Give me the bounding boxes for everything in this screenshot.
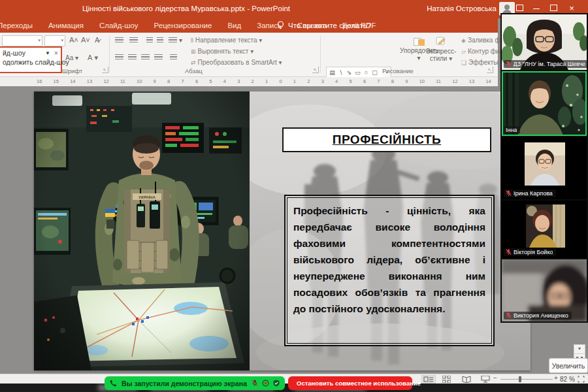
ribbon: ▾ ▾ A˄ A˅ A̷ Aa ▾ А ▾ Шрифт ↘ ▾ ⫴Направл…	[0, 33, 498, 77]
ruler-number: 5	[350, 78, 352, 84]
mic-muted-icon	[506, 249, 512, 255]
popup-title: йд-шоу	[3, 49, 45, 57]
horizontal-ruler: 1615141312111098765432101234567891011121…	[0, 77, 498, 87]
screen-share-banner: Вы запустили демонстрацию экрана	[105, 376, 285, 390]
mic-muted-icon	[506, 190, 512, 197]
ruler-number: 9	[154, 78, 156, 84]
numbering-icon[interactable]	[129, 37, 138, 44]
convert-smartart-button[interactable]: ⇄Преобразовать в SmartArt ▾	[191, 59, 282, 66]
tell-me-search[interactable]: Что вы хотите сделать?	[277, 18, 371, 33]
zoom-out-button[interactable]: −	[493, 374, 497, 382]
font-color-button[interactable]: А ▾	[88, 54, 98, 62]
shape-gallery-item-1[interactable]: ∖	[336, 68, 345, 77]
shape-gallery-item-5[interactable]: ▢	[370, 68, 379, 77]
ruler-number: 3	[237, 78, 240, 84]
drawing-group-label: Рисование	[382, 67, 414, 74]
participant-tile[interactable]: Вікторія Бойко	[502, 201, 587, 258]
mic-muted-icon	[506, 61, 512, 67]
ruler-number: 1	[265, 78, 268, 84]
align-right-icon[interactable]	[141, 54, 150, 61]
phone-icon	[110, 380, 117, 387]
font-group-label: Шрифт	[62, 67, 82, 74]
ruler-number: 1	[293, 78, 296, 84]
slide-body-box[interactable]: Професійність - цінність, яка передбачає…	[284, 195, 495, 346]
ruler-number: 8	[167, 78, 170, 84]
stop-sharing-button[interactable]: Остановить совместное использование	[288, 376, 412, 390]
participant-name: ДЗ "ЛНУ ім. Тараса Шевчен	[514, 61, 585, 67]
slide-body-text: Професійність - цінність, яка передбачає…	[287, 197, 492, 344]
ruler-number: 14	[70, 78, 75, 84]
ruler-number: 5	[209, 78, 212, 84]
participant-name: Ірина Карпова	[514, 190, 553, 197]
participant-tile[interactable]: Виктория Анищенко	[502, 259, 587, 321]
justify-icon[interactable]	[154, 54, 163, 61]
tab-view[interactable]: Вид	[227, 22, 241, 29]
ruler-number: 4	[223, 78, 226, 84]
align-left-icon[interactable]	[115, 54, 123, 61]
ruler-number: 4	[335, 78, 338, 84]
expand-panel-button[interactable]: Увеличить	[549, 358, 588, 373]
columns-icon[interactable]	[170, 54, 177, 61]
ruler-number: 16	[37, 78, 42, 84]
participant-name: Виктория Анищенко	[514, 312, 568, 319]
zoom-slider-track[interactable]	[500, 379, 553, 380]
increase-indent-icon[interactable]	[157, 37, 163, 44]
ruler-number: 8	[391, 78, 394, 84]
shape-gallery-item-2[interactable]: ⇘	[345, 68, 353, 77]
bullets-icon[interactable]	[115, 37, 123, 44]
mic-muted-icon	[252, 380, 258, 387]
shape-gallery-item-4[interactable]: ○	[362, 68, 370, 77]
slide-sorter-view-icon[interactable]	[442, 376, 451, 383]
ribbon-tab-row: Переходы Анимация Слайд-шоу Рецензирован…	[0, 18, 498, 33]
normal-view-icon[interactable]	[421, 375, 436, 384]
zoom-in-button[interactable]: +	[554, 374, 558, 382]
tab-animation[interactable]: Анимация	[48, 22, 84, 29]
align-text-button[interactable]: ⊞Выровнять текст ▾	[191, 48, 253, 55]
reading-view-icon[interactable]	[462, 376, 471, 383]
resume-slideshow-action[interactable]: одолжить слайд-шоу	[0, 57, 61, 67]
decrease-indent-icon[interactable]	[146, 37, 153, 44]
participant-tile-active-speaker[interactable]: Інна	[502, 71, 587, 136]
drawing-dialog-launcher[interactable]: ↘	[487, 67, 493, 73]
font-name-combobox[interactable]: ▾	[2, 35, 42, 46]
clear-formatting-icon[interactable]: A̷	[95, 36, 99, 44]
photo-military-command-center: УКРАЇНА	[34, 91, 250, 370]
scroll-down-button[interactable]: ▼	[574, 344, 585, 354]
ruler-number: 12	[103, 78, 108, 84]
paragraph-dialog-launcher[interactable]: ↘	[312, 67, 319, 73]
shape-gallery-item-0[interactable]: ▤	[328, 68, 336, 77]
line-spacing-arrow[interactable]: ▾	[179, 37, 182, 44]
grow-font-button[interactable]: A˄	[69, 36, 78, 44]
slide-canvas[interactable]: УКРАЇНА	[34, 91, 531, 370]
resume-slideshow-popup: йд-шоу ▼ × одолжить слайд-шоу	[0, 46, 62, 73]
ruler-number: 11	[436, 78, 441, 84]
popup-dropdown-icon[interactable]: ▼	[45, 50, 50, 56]
ruler-number: 7	[377, 78, 380, 84]
quick-styles-button[interactable]: Экспресс- стили ▾	[423, 37, 459, 62]
title-bar: Цінності військового лідерства Муравська…	[0, 0, 588, 18]
tab-slideshow[interactable]: Слайд-шоу	[99, 22, 139, 29]
text-direction-button[interactable]: ⫴Направление текста ▾	[191, 37, 262, 44]
document-title: Цінності військового лідерства Муравська…	[0, 5, 372, 12]
fit-to-window-icon[interactable]	[578, 376, 585, 383]
align-center-icon[interactable]	[128, 54, 137, 61]
share-banner-text: Вы запустили демонстрацию экрана	[121, 380, 248, 387]
font-size-combobox[interactable]: ▾	[44, 35, 65, 46]
zoom-slider-handle[interactable]	[519, 376, 521, 382]
line-spacing-icon[interactable]	[169, 37, 177, 44]
ruler-number: 13	[469, 78, 474, 84]
shrink-font-button[interactable]: A˅	[81, 36, 90, 44]
slide-title-box[interactable]: ПРОФЕСІЙНІСТЬ	[282, 127, 491, 152]
font-dialog-launcher[interactable]: ↘	[102, 67, 108, 73]
tab-transitions[interactable]: Переходы	[0, 22, 33, 29]
slideshow-view-icon[interactable]	[481, 376, 490, 383]
zoom-percentage[interactable]: 82 %	[560, 376, 575, 383]
participant-tile[interactable]: ДЗ "ЛНУ ім. Тараса Шевчен	[502, 14, 587, 70]
ruler-number: 6	[195, 78, 198, 84]
tab-review[interactable]: Рецензирование	[154, 22, 212, 29]
ruler-number: 9	[405, 78, 408, 84]
shape-gallery-item-3[interactable]: ▭	[353, 68, 362, 77]
quick-styles-icon	[436, 37, 446, 46]
participant-tile[interactable]: Ірина Карпова	[502, 137, 587, 199]
popup-close-icon[interactable]: ×	[54, 49, 58, 57]
